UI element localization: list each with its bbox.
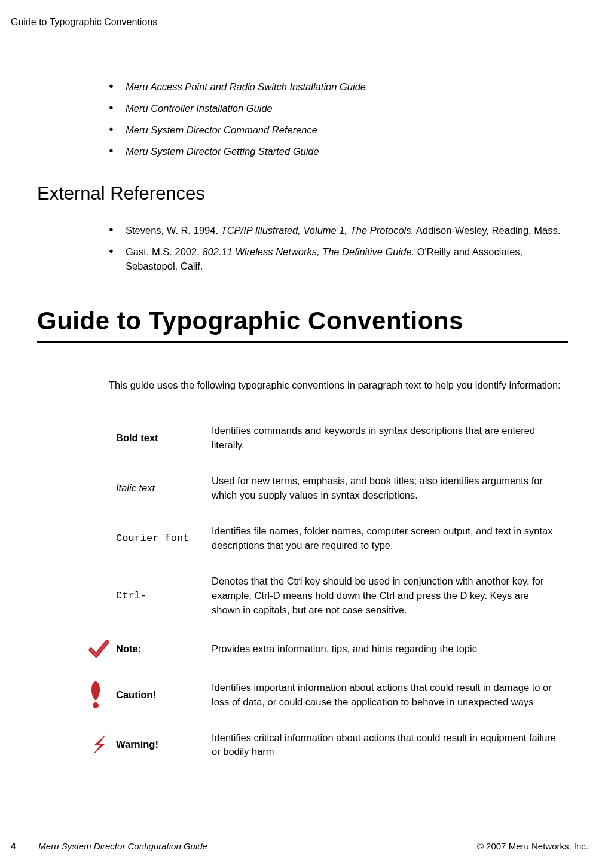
icon-cell bbox=[86, 413, 114, 463]
icon-cell bbox=[86, 628, 114, 670]
list-item: Meru Controller Installation Guide bbox=[109, 102, 568, 116]
reference-title: 802.11 Wireless Networks, The Definitive… bbox=[202, 246, 414, 257]
bold-text-label: Bold text bbox=[116, 432, 158, 443]
table-row: Courier font Identifies file names, fold… bbox=[86, 514, 562, 564]
page-number: 4 bbox=[11, 841, 16, 851]
icon-cell bbox=[86, 514, 114, 564]
description-cell: Denotes that the Ctrl key should be used… bbox=[209, 564, 562, 628]
reference-pre: Stevens, W. R. 1994. bbox=[126, 225, 221, 236]
icon-cell bbox=[86, 463, 114, 514]
external-references-list: Stevens, W. R. 1994. TCP/IP Illustrated,… bbox=[37, 224, 568, 274]
description-cell: Identifies commands and keywords in synt… bbox=[209, 413, 562, 463]
note-checkmark-icon bbox=[88, 639, 109, 659]
heading-rule bbox=[37, 341, 568, 343]
footer-title: Meru System Director Configuration Guide bbox=[38, 841, 207, 851]
reference-pre: Gast, M.S. 2002. bbox=[126, 246, 202, 257]
warning-label: Warning! bbox=[116, 739, 158, 750]
reference-title: Meru System Director Getting Started Gui… bbox=[126, 146, 319, 157]
table-row: Ctrl- Denotes that the Ctrl key should b… bbox=[86, 564, 562, 628]
icon-cell bbox=[86, 564, 114, 628]
description-cell: Identifies file names, folder names, com… bbox=[209, 514, 562, 564]
caution-label: Caution! bbox=[116, 689, 156, 700]
svg-marker-2 bbox=[92, 734, 106, 756]
table-row: Warning! Identifies critical information… bbox=[86, 720, 562, 771]
reference-title: Meru Access Point and Radio Switch Insta… bbox=[126, 81, 366, 92]
label-cell: Italic text bbox=[114, 463, 209, 514]
table-row: Note: Provides extra information, tips, … bbox=[86, 628, 562, 670]
page-footer: 4 Meru System Director Configuration Gui… bbox=[11, 841, 588, 851]
ctrl-label: Ctrl- bbox=[116, 590, 146, 601]
courier-font-label: Courier font bbox=[116, 533, 189, 544]
note-label: Note: bbox=[116, 643, 141, 654]
table-row: Bold text Identifies commands and keywor… bbox=[86, 413, 562, 463]
warning-lightning-icon bbox=[88, 733, 111, 757]
label-cell: Note: bbox=[114, 628, 209, 670]
conventions-table: Bold text Identifies commands and keywor… bbox=[86, 413, 562, 770]
label-cell: Ctrl- bbox=[114, 564, 209, 628]
page-content: Meru Access Point and Radio Switch Insta… bbox=[0, 22, 605, 770]
reference-post: Addison-Wesley, Reading, Mass. bbox=[414, 225, 560, 236]
running-header: Guide to Typographic Conventions bbox=[11, 17, 157, 27]
label-cell: Caution! bbox=[114, 670, 209, 720]
list-item: Meru System Director Getting Started Gui… bbox=[109, 145, 568, 159]
intro-paragraph: This guide uses the following typographi… bbox=[37, 378, 568, 393]
label-cell: Warning! bbox=[114, 720, 209, 771]
table-row: Caution! Identifies important informatio… bbox=[86, 670, 562, 720]
description-cell: Identifies important information about a… bbox=[209, 670, 562, 720]
footer-copyright: © 2007 Meru Networks, Inc. bbox=[477, 841, 588, 851]
list-item: Meru System Director Command Reference bbox=[109, 123, 568, 137]
italic-text-label: Italic text bbox=[116, 482, 155, 493]
list-item: Meru Access Point and Radio Switch Insta… bbox=[109, 80, 568, 94]
reference-title: Meru System Director Command Reference bbox=[126, 124, 317, 135]
major-heading: Guide to Typographic Conventions bbox=[37, 307, 568, 335]
meru-references-list: Meru Access Point and Radio Switch Insta… bbox=[37, 80, 568, 159]
label-cell: Bold text bbox=[114, 413, 209, 463]
reference-title: Meru Controller Installation Guide bbox=[126, 103, 273, 114]
list-item: Gast, M.S. 2002. 802.11 Wireless Network… bbox=[109, 245, 568, 274]
table-row: Italic text Used for new terms, emphasis… bbox=[86, 463, 562, 514]
svg-point-1 bbox=[93, 702, 99, 708]
list-item: Stevens, W. R. 1994. TCP/IP Illustrated,… bbox=[109, 224, 568, 238]
label-cell: Courier font bbox=[114, 514, 209, 564]
caution-exclamation-icon bbox=[88, 681, 103, 708]
icon-cell bbox=[86, 670, 114, 720]
external-references-heading: External References bbox=[37, 183, 568, 204]
reference-title: TCP/IP Illustrated, Volume 1, The Protoc… bbox=[221, 225, 414, 236]
description-cell: Identifies critical information about ac… bbox=[209, 720, 562, 771]
description-cell: Provides extra information, tips, and hi… bbox=[209, 628, 562, 670]
icon-cell bbox=[86, 720, 114, 771]
description-cell: Used for new terms, emphasis, and book t… bbox=[209, 463, 562, 514]
